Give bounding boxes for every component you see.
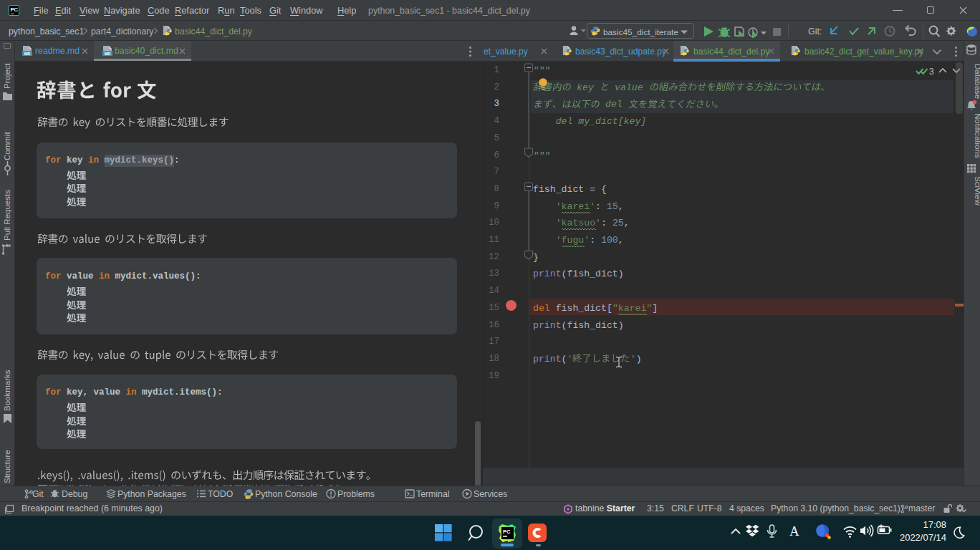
svg-text:SciView: SciView bbox=[974, 176, 980, 206]
svg-text:MD: MD bbox=[24, 52, 31, 56]
svg-text:Structure: Structure bbox=[3, 450, 11, 483]
svg-text:A: A bbox=[789, 524, 799, 539]
svg-text:3: 3 bbox=[929, 67, 934, 77]
svg-text:Bookmarks: Bookmarks bbox=[3, 370, 11, 411]
svg-text:MD: MD bbox=[105, 52, 111, 56]
svg-text:Commit: Commit bbox=[3, 132, 11, 160]
svg-text:Notifications: Notifications bbox=[974, 113, 980, 158]
svg-text:Database: Database bbox=[974, 64, 980, 99]
svg-text:PC: PC bbox=[503, 529, 511, 535]
svg-text:Project: Project bbox=[3, 62, 11, 89]
svg-text:Pull Requests: Pull Requests bbox=[3, 190, 11, 241]
